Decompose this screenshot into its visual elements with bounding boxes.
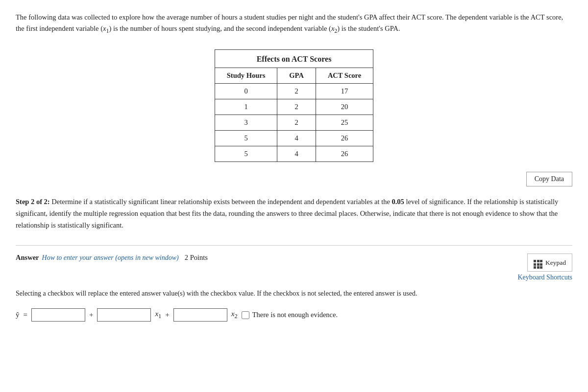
table-cell: 2 (277, 115, 316, 131)
y-hat-symbol: ŷ (16, 311, 20, 319)
table-row: 3225 (215, 115, 373, 131)
step-body1: Determine if a statistically significant… (50, 198, 392, 206)
table-cell: 5 (215, 146, 277, 162)
intro-text: The following data was collected to expl… (16, 12, 572, 36)
table-cell: 4 (277, 131, 316, 146)
col-header-gpa: GPA (277, 68, 316, 84)
table-row: 5426 (215, 146, 373, 162)
checkbox-note: Selecting a checkbox will replace the en… (16, 288, 572, 299)
table-cell: 3 (215, 115, 277, 131)
intercept-input[interactable] (31, 308, 85, 322)
table-cell: 4 (277, 146, 316, 162)
no-evidence-checkbox[interactable] (242, 311, 249, 319)
table-container: Effects on ACT Scores Study Hours GPA AC… (16, 49, 572, 162)
table-row: 5426 (215, 131, 373, 146)
table-cell: 26 (316, 146, 373, 162)
equals-sign: = (24, 311, 27, 319)
table-cell: 0 (215, 84, 277, 99)
step-label: Step 2 of 2: (16, 198, 50, 206)
grid-icon (534, 256, 542, 269)
how-to-enter-link[interactable]: How to enter your answer (opens in new w… (42, 254, 179, 262)
table-cell: 26 (316, 131, 373, 146)
table-row: 0217 (215, 84, 373, 99)
copy-data-button[interactable]: Copy Data (526, 172, 572, 186)
divider (16, 245, 572, 246)
plus1-sign: + (89, 311, 93, 319)
significance-level: 0.05 (392, 198, 404, 206)
equation-row: ŷ = + x1 + x2 There is not enough eviden… (16, 308, 572, 322)
copy-data-row: Copy Data (16, 172, 572, 186)
table-row: 1220 (215, 99, 373, 115)
keypad-button[interactable]: Keypad (527, 254, 572, 272)
no-evidence-checkbox-label[interactable]: There is not enough evidence. (242, 311, 338, 319)
answer-row: AnswerHow to enter your answer (opens in… (16, 254, 572, 281)
col-header-act-score: ACT Score (316, 68, 373, 84)
table-cell: 25 (316, 115, 373, 131)
table-cell: 2 (277, 99, 316, 115)
x2-label: x2 (231, 310, 238, 320)
table-caption: Effects on ACT Scores (215, 49, 373, 68)
table-cell: 20 (316, 99, 373, 115)
table-cell: 1 (215, 99, 277, 115)
data-table: Effects on ACT Scores Study Hours GPA AC… (215, 49, 373, 162)
plus2-sign: + (165, 311, 169, 319)
answer-label: Answer (16, 254, 39, 262)
keyboard-shortcuts-link[interactable]: Keyboard Shortcuts (517, 274, 572, 281)
answer-right: Keypad Keyboard Shortcuts (517, 254, 572, 281)
x1-label: x1 (155, 310, 161, 320)
points-text: 2 Points (185, 254, 208, 262)
x1-coefficient-input[interactable] (97, 308, 151, 322)
x2-coefficient-input[interactable] (173, 308, 227, 322)
table-cell: 5 (215, 131, 277, 146)
table-cell: 17 (316, 84, 373, 99)
keypad-label: Keypad (545, 259, 566, 267)
table-cell: 2 (277, 84, 316, 99)
step-text: Step 2 of 2: Determine if a statisticall… (16, 196, 572, 231)
col-header-study-hours: Study Hours (215, 68, 277, 84)
answer-left: AnswerHow to enter your answer (opens in… (16, 254, 208, 262)
no-evidence-label: There is not enough evidence. (252, 311, 338, 319)
